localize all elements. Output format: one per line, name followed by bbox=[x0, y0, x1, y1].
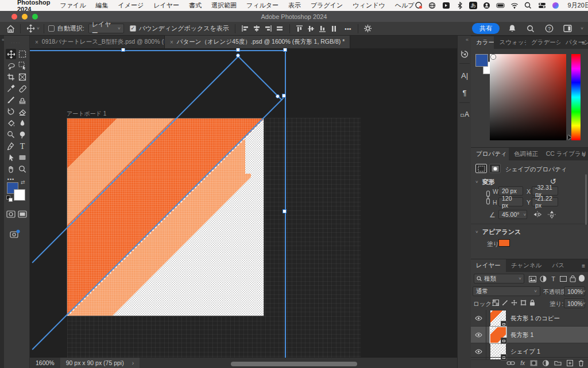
auto-select-checkbox[interactable] bbox=[48, 25, 55, 32]
filter-pixel-layers-icon[interactable] bbox=[528, 275, 537, 283]
delete-layer-icon[interactable] bbox=[578, 360, 584, 366]
layer-thumbnail[interactable] bbox=[490, 327, 506, 343]
workspace-switcher-icon[interactable] bbox=[562, 23, 573, 34]
document-tab-1[interactable]: × 0918バナートレース_B型肝炎.psd @ 800% (RGB/8) * bbox=[30, 36, 165, 48]
menu-plugins[interactable]: プラグイン bbox=[311, 1, 343, 10]
rotation-angle-field[interactable]: 45.00° ˅ bbox=[498, 210, 527, 219]
align-bottom-icon[interactable] bbox=[317, 23, 328, 34]
lock-all-icon[interactable] bbox=[528, 299, 536, 306]
type-tool[interactable]: T bbox=[17, 141, 28, 151]
transform-handle-right[interactable] bbox=[282, 94, 286, 98]
distribute-v-icon[interactable] bbox=[328, 23, 340, 34]
menu-filter[interactable]: フィルター bbox=[246, 1, 278, 10]
battery-status-icon[interactable] bbox=[496, 2, 505, 9]
glyphs-panel-icon[interactable]: ロA bbox=[458, 110, 471, 118]
siri-icon[interactable] bbox=[551, 2, 560, 9]
filter-adjustment-layers-icon[interactable] bbox=[539, 275, 547, 283]
filter-type-layers-icon[interactable]: T bbox=[549, 275, 558, 283]
shape-path-edge-short[interactable] bbox=[238, 56, 282, 100]
fill-opacity-dropdown[interactable]: 100% ˅ bbox=[564, 298, 585, 308]
visibility-eye-icon[interactable] bbox=[475, 316, 482, 321]
clone-stamp-tool[interactable] bbox=[17, 95, 28, 105]
horizontal-scrollbar[interactable] bbox=[231, 362, 357, 366]
zoom-level[interactable]: 1600% bbox=[36, 359, 55, 366]
brush-tool[interactable] bbox=[6, 95, 16, 105]
home-icon[interactable] bbox=[5, 23, 16, 34]
auto-select-target-dropdown[interactable]: レイヤー ˅ bbox=[88, 24, 124, 33]
transform-handle-top[interactable] bbox=[236, 48, 240, 52]
help-icon[interactable]: ? bbox=[543, 23, 555, 34]
expand-panels-icon[interactable]: « bbox=[466, 37, 469, 43]
hand-tool[interactable] bbox=[6, 164, 16, 174]
flip-horizontal-icon[interactable] bbox=[533, 210, 542, 218]
path-anchor-right[interactable] bbox=[276, 94, 280, 98]
layer-effects-icon[interactable]: fx bbox=[520, 360, 525, 366]
menu-clock[interactable]: 9月20日(金) 11:25 bbox=[567, 1, 588, 10]
lock-position-icon[interactable] bbox=[510, 299, 518, 306]
saturation-brightness-field[interactable] bbox=[490, 54, 566, 140]
toolbar-grip[interactable]: ···· bbox=[11, 41, 21, 45]
zoom-window-button[interactable] bbox=[32, 14, 38, 20]
color-field-cursor[interactable] bbox=[491, 55, 496, 59]
paragraph-panel-icon[interactable]: ¶ bbox=[458, 89, 471, 97]
blend-mode-dropdown[interactable]: 通常 ˅ bbox=[473, 286, 540, 296]
eraser-tool[interactable] bbox=[17, 106, 28, 117]
transform-handle-top-mid[interactable] bbox=[121, 48, 125, 52]
document-info[interactable]: 90 px x 90 px (75 ppi) › bbox=[60, 358, 140, 368]
add-mask-icon[interactable] bbox=[530, 360, 537, 366]
tab-layers[interactable]: レイヤー bbox=[471, 259, 506, 272]
artboard-label[interactable]: アートボード 1 bbox=[67, 110, 106, 118]
chevron-down-icon[interactable]: ˅ bbox=[581, 26, 583, 31]
share-button[interactable]: 共有 bbox=[472, 23, 500, 34]
panel-menu-icon[interactable]: ≡ bbox=[582, 40, 585, 46]
menu-file[interactable]: ファイル bbox=[60, 1, 86, 10]
path-selection-tool[interactable] bbox=[6, 152, 16, 163]
align-top-icon[interactable] bbox=[294, 23, 305, 34]
bell-icon[interactable] bbox=[506, 23, 518, 34]
transform-handle-right-mid[interactable] bbox=[283, 209, 287, 213]
tab-cc-libraries[interactable]: CC ライブラリ bbox=[541, 148, 588, 160]
document-tab-2-active[interactable]: × パターン（オレンジ45度）.psd @ 1600% (長方形 1, RGB/… bbox=[165, 36, 350, 48]
appearance-section-header[interactable]: ˅ アピアランス bbox=[475, 228, 521, 236]
smudge-tool[interactable] bbox=[17, 129, 28, 140]
align-right-icon[interactable] bbox=[262, 23, 274, 34]
menu-view[interactable]: 表示 bbox=[288, 1, 301, 10]
foreground-swatch[interactable] bbox=[475, 54, 488, 67]
panel-menu-icon[interactable]: ≡ bbox=[582, 151, 585, 158]
ime-status-icon[interactable]: あ bbox=[469, 2, 477, 9]
menu-window[interactable]: ウィンドウ bbox=[353, 1, 385, 10]
cc-sync-icon[interactable] bbox=[10, 229, 20, 239]
hue-slider-cursor[interactable] bbox=[568, 135, 571, 140]
hue-slider[interactable] bbox=[571, 54, 581, 140]
quick-mask-icon[interactable] bbox=[6, 209, 16, 219]
swap-colors-icon[interactable]: ⇄ bbox=[21, 179, 25, 185]
menu-image[interactable]: イメージ bbox=[118, 1, 144, 10]
path-anchor-top[interactable] bbox=[236, 53, 240, 57]
tab-properties[interactable]: プロパティ bbox=[471, 148, 509, 160]
layer-row-rectangle1-selected[interactable]: 長方形 1 bbox=[471, 327, 588, 343]
layer-thumbnail[interactable] bbox=[490, 310, 506, 326]
healing-brush-tool[interactable] bbox=[17, 83, 28, 94]
canvas-viewport[interactable]: アートボード 1 bbox=[30, 48, 457, 368]
flip-vertical-icon[interactable] bbox=[547, 210, 556, 218]
layer-filter-search[interactable]: 種類 ˅ bbox=[474, 274, 524, 283]
tab-channels[interactable]: チャンネル bbox=[506, 259, 547, 272]
zoom-tool[interactable] bbox=[17, 164, 28, 174]
opacity-dropdown[interactable]: 100% ˅ bbox=[564, 286, 585, 296]
display-status-icon[interactable] bbox=[442, 2, 450, 9]
app-status-icon[interactable] bbox=[414, 2, 423, 9]
tab-color[interactable]: カラー bbox=[471, 36, 494, 49]
show-bounds-checkbox[interactable]: ✓ bbox=[130, 25, 136, 32]
blur-tool[interactable] bbox=[17, 118, 28, 128]
transform-section-header[interactable]: ˅ 変形 bbox=[475, 178, 495, 186]
lock-transparency-icon[interactable] bbox=[492, 299, 500, 306]
close-tab-icon[interactable]: × bbox=[35, 39, 38, 45]
lock-artboard-icon[interactable] bbox=[519, 299, 527, 306]
tab-paths[interactable]: パス bbox=[547, 259, 570, 272]
filter-smart-objects-icon[interactable] bbox=[568, 275, 577, 283]
dodge-tool[interactable] bbox=[6, 129, 16, 140]
paint-bucket-tool[interactable] bbox=[6, 118, 16, 128]
wifi-status-icon[interactable] bbox=[510, 2, 519, 9]
eyedropper-tool[interactable] bbox=[6, 83, 16, 94]
screen-mode-icon[interactable] bbox=[17, 209, 28, 219]
